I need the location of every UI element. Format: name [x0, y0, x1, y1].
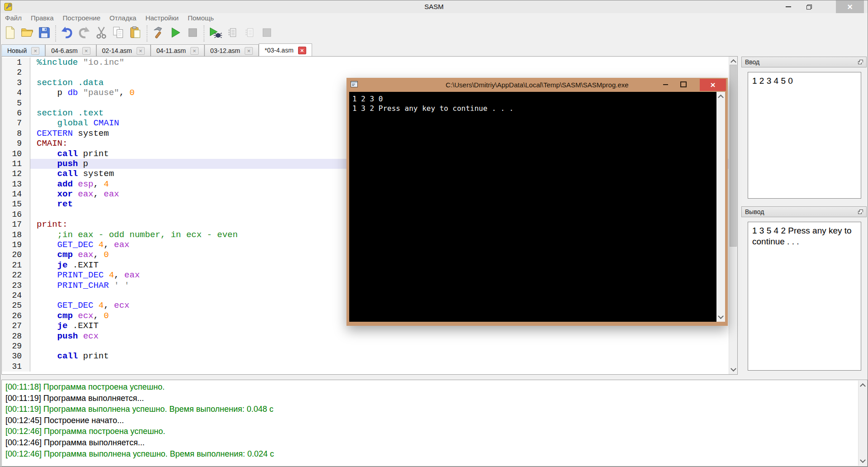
- paste-button[interactable]: [127, 24, 144, 43]
- line-number: 22: [2, 270, 30, 280]
- input-panel-title: Ввод: [745, 58, 759, 66]
- tab-bar: Новый04-6.asm02-14.asm04-11.asm03-12.asm…: [1, 44, 312, 57]
- editor-line[interactable]: 30 call print: [2, 351, 729, 361]
- tab-03-4.asm[interactable]: *03-4.asm: [259, 43, 312, 57]
- tab-Новый[interactable]: Новый: [1, 44, 45, 57]
- editor-line[interactable]: 31: [2, 362, 729, 372]
- save-icon: [38, 26, 51, 41]
- line-number: 20: [2, 250, 30, 260]
- menu-item-2[interactable]: Правка: [26, 13, 58, 23]
- tab-04-6.asm[interactable]: 04-6.asm: [45, 44, 96, 57]
- tab-02-14.asm[interactable]: 02-14.asm: [96, 44, 151, 57]
- console-output-text[interactable]: 1 2 3 0 1 3 2 Press any key to continue …: [349, 92, 716, 322]
- menu-item-1[interactable]: Файл: [0, 13, 26, 23]
- editor-line[interactable]: 28 push ecx: [2, 331, 729, 341]
- save-button[interactable]: [36, 24, 53, 43]
- open-folder-button[interactable]: [19, 24, 36, 43]
- line-number: 15: [2, 199, 30, 209]
- scroll-up-icon[interactable]: [859, 381, 867, 389]
- console-minimize-icon: [663, 84, 668, 85]
- debug-memory-button[interactable]: [241, 24, 258, 43]
- output-panel-header[interactable]: Вывод: [741, 206, 867, 217]
- window-titlebar[interactable]: SASM: [0, 0, 868, 13]
- line-number: 8: [2, 129, 30, 138]
- menu-item-6[interactable]: Помощь: [183, 13, 218, 23]
- stop-button[interactable]: [184, 24, 201, 43]
- stop-debug-button[interactable]: [258, 24, 275, 43]
- line-number: 21: [2, 260, 30, 270]
- line-number: 28: [2, 331, 30, 341]
- editor-line[interactable]: 1%include "io.inc": [2, 57, 729, 67]
- close-button[interactable]: [836, 0, 864, 13]
- line-number: 26: [2, 311, 30, 321]
- console-window[interactable]: C:\Users\Dmitriy\AppData\Local\Temp\SASM…: [346, 78, 728, 326]
- scroll-down-icon[interactable]: [729, 366, 737, 374]
- code-text: [30, 362, 729, 372]
- editor-scrollbar[interactable]: [729, 57, 737, 374]
- log-scrollbar[interactable]: [858, 381, 867, 466]
- run-button[interactable]: [167, 24, 184, 43]
- minimize-button[interactable]: [778, 0, 799, 13]
- debug-icon: [209, 26, 222, 41]
- console-maximize-icon: [680, 81, 687, 87]
- new-file-icon: [3, 26, 17, 41]
- tab-03-12.asm[interactable]: 03-12.asm: [204, 44, 259, 57]
- scroll-down-icon[interactable]: [859, 457, 867, 465]
- editor-line[interactable]: 2: [2, 67, 729, 77]
- line-number: 23: [2, 281, 30, 291]
- console-scrollbar[interactable]: [716, 92, 725, 322]
- tab-close-icon[interactable]: [82, 47, 90, 55]
- float-panel-icon[interactable]: [858, 60, 863, 64]
- console-close-button[interactable]: [700, 79, 726, 91]
- tab-close-icon[interactable]: [31, 47, 39, 55]
- tab-close-icon[interactable]: [137, 47, 145, 55]
- debug-memory-icon: [244, 27, 256, 40]
- undo-icon: [60, 26, 74, 41]
- console-maximize-button[interactable]: [674, 78, 693, 91]
- input-field[interactable]: 1 2 3 4 5 0: [748, 72, 861, 199]
- restore-button[interactable]: [799, 0, 820, 13]
- cut-button[interactable]: [93, 24, 110, 43]
- line-number: 31: [2, 362, 30, 372]
- line-number: 11: [2, 159, 30, 169]
- line-number: 12: [2, 169, 30, 179]
- debug-button[interactable]: [207, 24, 224, 43]
- build-button[interactable]: [150, 24, 167, 43]
- code-text: [30, 67, 729, 77]
- cut-icon: [95, 26, 108, 41]
- line-number: 16: [2, 210, 30, 219]
- menu-item-4[interactable]: Отладка: [105, 13, 141, 23]
- open-folder-icon: [20, 26, 34, 41]
- input-panel-header[interactable]: Ввод: [741, 57, 867, 67]
- log-entry: [00:12:46] Программа выполнена успешно. …: [5, 448, 856, 460]
- redo-button[interactable]: [76, 24, 93, 43]
- float-panel-icon[interactable]: [858, 210, 863, 214]
- scroll-down-icon[interactable]: [716, 314, 725, 321]
- output-field[interactable]: 1 3 5 4 2 Press any key to continue . . …: [748, 222, 861, 371]
- console-body[interactable]: 1 2 3 0 1 3 2 Press any key to continue …: [349, 92, 725, 322]
- menu-item-3[interactable]: Построение: [58, 13, 105, 23]
- tab-close-icon[interactable]: [190, 47, 199, 55]
- line-number: 9: [2, 138, 30, 148]
- output-panel-title: Вывод: [745, 208, 764, 215]
- console-minimize-button[interactable]: [656, 78, 674, 91]
- console-titlebar[interactable]: C:\Users\Dmitriy\AppData\Local\Temp\SASM…: [346, 78, 728, 92]
- debug-registers-button[interactable]: [224, 24, 241, 43]
- editor-line[interactable]: 29: [2, 341, 729, 351]
- line-number: 13: [2, 179, 30, 189]
- tab-close-icon[interactable]: [298, 47, 306, 54]
- tab-04-11.asm[interactable]: 04-11.asm: [151, 44, 204, 57]
- debug-registers-icon: [227, 27, 238, 40]
- menu-item-5[interactable]: Настройки: [141, 13, 183, 23]
- line-number: 5: [2, 98, 30, 108]
- scroll-up-icon[interactable]: [716, 92, 725, 100]
- line-number: 25: [2, 300, 30, 310]
- log-entry: [00:12:45] Построение начато...: [5, 415, 856, 426]
- tab-close-icon[interactable]: [245, 47, 253, 55]
- new-file-button[interactable]: [1, 24, 19, 43]
- line-number: 6: [2, 108, 30, 118]
- undo-button[interactable]: [58, 24, 76, 43]
- copy-button[interactable]: [110, 24, 127, 43]
- editor-scrollbar-thumb[interactable]: [730, 65, 737, 247]
- scroll-up-icon[interactable]: [729, 57, 737, 65]
